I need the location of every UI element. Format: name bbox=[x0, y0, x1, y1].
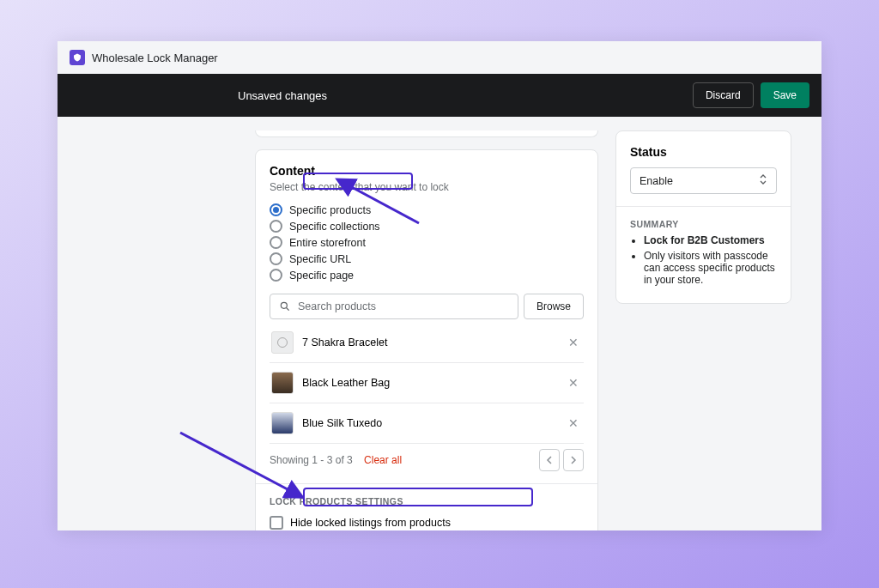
check-hide-listings[interactable]: Hide locked listings from products bbox=[270, 513, 584, 530]
radio-label: Specific products bbox=[289, 204, 371, 216]
browse-button[interactable]: Browse bbox=[524, 294, 584, 319]
product-thumb bbox=[271, 331, 294, 354]
prev-card-peek bbox=[255, 130, 598, 137]
remove-product-icon[interactable]: ✕ bbox=[565, 336, 582, 349]
product-name: 7 Shakra Bracelet bbox=[302, 336, 556, 349]
select-arrows-icon bbox=[759, 173, 767, 188]
chevron-left-icon bbox=[546, 456, 553, 464]
status-title: Status bbox=[630, 145, 777, 159]
summary-list: Lock for B2B Customers Only visitors wit… bbox=[630, 234, 777, 286]
product-name: Black Leather Bag bbox=[302, 377, 556, 389]
product-row: Black Leather Bag ✕ bbox=[270, 363, 584, 403]
radio-specific-url[interactable]: Specific URL bbox=[270, 251, 584, 267]
status-card: Status Enable SUMMARY Lock for B2B Custo… bbox=[615, 130, 791, 304]
unsaved-banner: Unsaved changes Discard Save bbox=[58, 74, 821, 117]
save-button[interactable]: Save bbox=[761, 82, 809, 108]
radio-label: Specific page bbox=[289, 270, 354, 282]
radio-label: Specific URL bbox=[289, 253, 351, 265]
summary-item: Lock for B2B Customers bbox=[644, 234, 777, 246]
radio-icon bbox=[270, 203, 282, 216]
lock-settings-label: LOCK PRODUCTS SETTINGS bbox=[270, 496, 584, 506]
content-title: Content bbox=[270, 164, 584, 178]
main-area: Content Select the content that you want… bbox=[58, 117, 821, 530]
content-subtitle: Select the content that you want to lock bbox=[270, 181, 584, 193]
pager-next[interactable] bbox=[563, 449, 584, 471]
app-window: Wholesale Lock Manager Unsaved changes D… bbox=[58, 41, 821, 530]
chevron-right-icon bbox=[570, 456, 577, 464]
radio-icon bbox=[270, 220, 282, 233]
app-title: Wholesale Lock Manager bbox=[92, 52, 218, 64]
status-select[interactable]: Enable bbox=[630, 167, 777, 194]
remove-product-icon[interactable]: ✕ bbox=[565, 416, 582, 430]
radio-icon bbox=[270, 236, 282, 249]
product-row: 7 Shakra Bracelet ✕ bbox=[270, 323, 584, 363]
app-header: Wholesale Lock Manager bbox=[58, 41, 821, 74]
app-logo-icon bbox=[70, 50, 85, 65]
radio-specific-products[interactable]: Specific products bbox=[270, 202, 584, 218]
radio-icon bbox=[270, 269, 282, 282]
clear-all-link[interactable]: Clear all bbox=[364, 454, 402, 466]
search-products-input[interactable]: Search products bbox=[270, 294, 518, 319]
content-radio-group: Specific products Specific collections E… bbox=[270, 202, 584, 283]
search-icon bbox=[279, 300, 291, 312]
product-thumb bbox=[271, 412, 294, 434]
product-row: Blue Silk Tuxedo ✕ bbox=[270, 403, 584, 444]
radio-label: Entire storefront bbox=[289, 237, 366, 249]
radio-label: Specific collections bbox=[289, 221, 380, 233]
showing-count: Showing 1 - 3 of 3 bbox=[270, 454, 353, 466]
unsaved-message: Unsaved changes bbox=[238, 89, 327, 102]
radio-specific-collections[interactable]: Specific collections bbox=[270, 218, 584, 234]
svg-point-0 bbox=[281, 302, 287, 308]
discard-button[interactable]: Discard bbox=[693, 82, 754, 108]
pager-prev[interactable] bbox=[539, 449, 560, 471]
summary-item: Only visitors with passcode can access s… bbox=[644, 250, 777, 286]
product-name: Blue Silk Tuxedo bbox=[302, 417, 556, 429]
check-label: Hide locked listings from products bbox=[290, 517, 451, 529]
svg-line-1 bbox=[287, 308, 289, 311]
search-placeholder: Search products bbox=[298, 300, 376, 312]
content-card: Content Select the content that you want… bbox=[255, 149, 598, 530]
radio-entire-storefront[interactable]: Entire storefront bbox=[270, 234, 584, 251]
remove-product-icon[interactable]: ✕ bbox=[565, 376, 582, 390]
summary-label: SUMMARY bbox=[630, 219, 777, 229]
product-thumb bbox=[271, 372, 294, 394]
checkbox-icon bbox=[270, 516, 283, 530]
radio-icon bbox=[270, 252, 282, 265]
radio-specific-page[interactable]: Specific page bbox=[270, 267, 584, 283]
status-select-value: Enable bbox=[640, 175, 673, 187]
